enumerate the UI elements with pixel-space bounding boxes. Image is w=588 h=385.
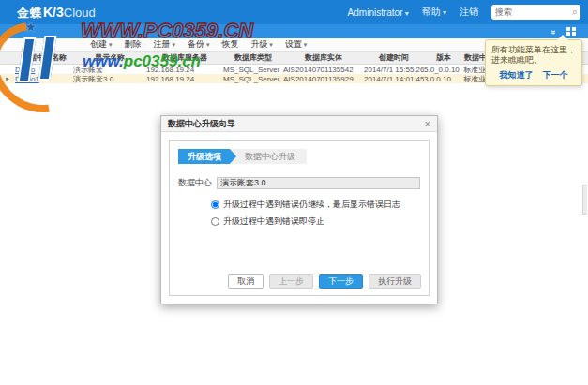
radio-icon[interactable] (211, 217, 219, 226)
top-header: 金蝶K/3Cloud Administrator 帮助 注销 ⌕ (0, 0, 588, 24)
got-it-link[interactable]: 我知道了 (500, 69, 534, 81)
col-version: 版本 (424, 52, 463, 63)
tooltip-links: 我知道了 下一个 (491, 69, 576, 81)
close-icon[interactable]: × (425, 119, 430, 129)
onboarding-tooltip: 所有功能菜单在这里，进来瞧瞧吧。 我知道了 下一个 (485, 39, 582, 86)
user-menu[interactable]: Administrator (348, 7, 409, 18)
dialog-titlebar[interactable]: 数据中心升级向导 × (161, 116, 437, 132)
upgrade-options: 升级过程中遇到错误仍继续，最后显示错误日志 升级过程中遇到错误即停止 (211, 199, 429, 228)
col-name: 数据中心名称 (15, 52, 73, 63)
radio-stop-on-error[interactable]: 升级过程中遇到错误即停止 (211, 215, 429, 228)
toolbar-upgrade[interactable]: 升级 (250, 38, 272, 51)
execute-upgrade-button[interactable]: 执行升级 (369, 274, 421, 289)
toolbar-settings[interactable]: 设置 (285, 38, 307, 51)
datacenter-field[interactable] (217, 177, 420, 189)
datacenter-field-row: 数据中心 (178, 177, 420, 189)
toolbar-create[interactable]: 创建 (90, 38, 112, 51)
app-window: 金蝶K/3Cloud Administrator 帮助 注销 ⌕ » 创建 删除… (0, 0, 588, 385)
toolbar-delete[interactable]: 删除 (124, 38, 141, 51)
toolbar-restore[interactable]: 恢复 (221, 38, 238, 51)
dialog-buttons: 取消 上一步 下一步 执行升级 (228, 274, 421, 289)
logout-link[interactable]: 注销 (460, 6, 478, 19)
dialog-title: 数据中心升级向导 (168, 118, 235, 130)
collapse-icon[interactable]: » (548, 26, 558, 37)
search-input[interactable] (495, 5, 568, 20)
search-icon[interactable]: ⌕ (572, 6, 578, 18)
toolbar-register[interactable]: 注册 (153, 38, 174, 51)
col-dbtype: 数据库类型 (223, 52, 283, 63)
dialog-body: 升级选项 数据中心升级 数据中心 升级过程中遇到错误仍继续，最后显示错误日志 升… (169, 140, 430, 296)
side-panel-handle[interactable] (582, 185, 587, 215)
wizard-steps: 升级选项 数据中心升级 (178, 149, 429, 164)
help-menu[interactable]: 帮助 (422, 6, 446, 19)
tooltip-text: 所有功能菜单在这里，进来瞧瞧吧。 (491, 45, 576, 66)
header-right: Administrator 帮助 注销 ⌕ (348, 0, 580, 24)
radio-icon[interactable] (211, 200, 219, 209)
datacenter-link[interactable]: Demo (15, 66, 73, 74)
upgrade-wizard-dialog: 数据中心升级向导 × 升级选项 数据中心升级 数据中心 升级过程中遇到错误仍继续… (160, 115, 438, 304)
cancel-button[interactable]: 取消 (228, 274, 264, 289)
datacenter-link[interactable]: Demo1 (15, 75, 73, 83)
step-datacenter-upgrade: 数据中心升级 (232, 149, 307, 164)
prev-step-button[interactable]: 上一步 (269, 274, 313, 289)
step-upgrade-options: 升级选项 (178, 149, 236, 164)
toolbar-backup[interactable]: 备份 (188, 38, 209, 51)
next-tip-link[interactable]: 下一个 (543, 69, 568, 81)
radio-continue-on-error[interactable]: 升级过程中遇到错误仍继续，最后显示错误日志 (211, 199, 429, 211)
col-created: 创建时间 (364, 52, 424, 63)
next-step-button[interactable]: 下一步 (319, 274, 363, 289)
logo-product: K/3 (43, 5, 64, 20)
col-display: 显示名称 (73, 52, 146, 63)
col-server: 数据库服务器 (146, 52, 223, 63)
expand-icon[interactable]: ▸ (0, 75, 15, 82)
datacenter-field-label: 数据中心 (178, 177, 212, 189)
logo-brand: 金蝶 (17, 6, 43, 20)
logo-suffix: Cloud (64, 6, 96, 20)
kingdee-logo: 金蝶K/3Cloud (17, 4, 96, 22)
search-box[interactable]: ⌕ (491, 5, 580, 20)
menubar: » (0, 24, 588, 38)
col-entity: 数据库实体 (283, 52, 364, 63)
